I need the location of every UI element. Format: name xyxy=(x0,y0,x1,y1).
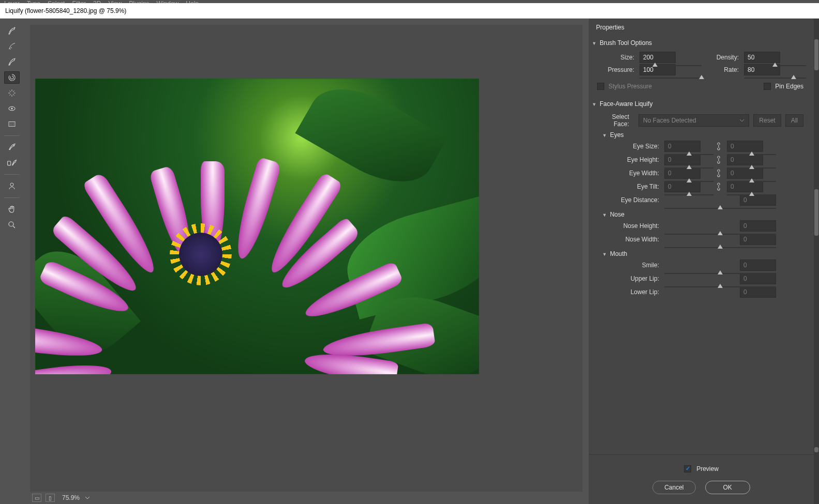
link-icon[interactable] xyxy=(713,156,724,164)
select-face-dropdown[interactable]: No Faces Detected xyxy=(638,114,749,127)
toolbar-separator xyxy=(4,174,20,175)
nose-subsection-header[interactable]: Nose xyxy=(597,208,803,219)
preview-label: Preview xyxy=(696,465,719,472)
properties-footer: Preview Cancel OK xyxy=(589,454,814,504)
properties-scrollbar[interactable] xyxy=(814,19,819,504)
cancel-button[interactable]: Cancel xyxy=(652,481,695,494)
svg-point-5 xyxy=(9,222,13,226)
forward-warp-tool-icon[interactable] xyxy=(4,25,20,37)
menu-select[interactable]: Select xyxy=(48,0,65,3)
menu-3d[interactable]: 3D xyxy=(93,0,101,3)
smile-input[interactable]: 0 xyxy=(740,259,776,271)
fit-screen-icon[interactable]: ▭ xyxy=(32,494,41,502)
brush-section-label: Brush Tool Options xyxy=(600,39,652,47)
eye-tilt-label: Eye Tilt: xyxy=(597,183,664,190)
menu-window[interactable]: Window xyxy=(157,0,179,3)
properties-panel: Properties Brush Tool Options Size: 200 … xyxy=(589,19,819,504)
eyes-subsection-header[interactable]: Eyes xyxy=(597,128,803,140)
pressure-label: Pressure: xyxy=(597,66,639,73)
nose-height-input[interactable]: 0 xyxy=(740,220,776,232)
disclosure-triangle-icon xyxy=(602,250,607,257)
zoom-level[interactable]: 75.9% xyxy=(62,494,80,501)
eye-distance-label: Eye Distance: xyxy=(597,196,664,204)
eye-height-label: Eye Height: xyxy=(597,156,664,163)
nose-width-label: Nose Width: xyxy=(597,236,664,243)
menu-filter[interactable]: Filter xyxy=(72,0,86,3)
eye-size-label: Eye Size: xyxy=(597,143,664,150)
eye-width-label: Eye Width: xyxy=(597,170,664,177)
smile-label: Smile: xyxy=(597,262,664,269)
upper-lip-input[interactable]: 0 xyxy=(740,273,776,284)
toolbar-separator xyxy=(4,135,20,136)
eye-height-left-input[interactable]: 0 xyxy=(664,154,701,165)
push-left-tool-icon[interactable] xyxy=(4,118,20,130)
menu-type[interactable]: Type xyxy=(27,0,40,3)
face-tool-icon[interactable] xyxy=(4,180,20,192)
disclosure-triangle-icon xyxy=(592,100,597,108)
size-input[interactable]: 200 xyxy=(639,52,676,63)
size-label: Size: xyxy=(597,54,639,61)
preview-checkbox[interactable] xyxy=(684,465,691,472)
fal-section-label: Face-Aware Liquify xyxy=(600,100,653,108)
zoom-tool-icon[interactable] xyxy=(4,219,20,231)
select-face-value: No Faces Detected xyxy=(643,117,696,124)
actual-pixels-icon[interactable]: ▯ xyxy=(46,494,55,502)
link-icon[interactable] xyxy=(713,142,724,150)
menu-help[interactable]: Help xyxy=(186,0,199,3)
upper-lip-label: Upper Lip: xyxy=(597,275,664,282)
svg-point-1 xyxy=(11,108,12,109)
link-icon[interactable] xyxy=(713,182,724,191)
rate-label: Rate: xyxy=(702,66,744,73)
svg-point-4 xyxy=(10,183,13,186)
eye-distance-input[interactable]: 0 xyxy=(740,194,776,206)
link-icon[interactable] xyxy=(713,169,724,177)
pucker-tool-icon[interactable] xyxy=(4,87,20,99)
twirl-tool-icon[interactable] xyxy=(4,71,20,84)
canvas-area: ▭ ▯ 75.9% xyxy=(24,19,589,504)
menu-plugins[interactable]: Plugins xyxy=(129,0,149,3)
stylus-pressure-checkbox[interactable] xyxy=(597,83,604,90)
smooth-tool-icon[interactable] xyxy=(4,56,20,68)
reconstruct-tool-icon[interactable] xyxy=(4,40,20,53)
eye-height-right-input[interactable]: 0 xyxy=(727,154,763,165)
liquify-toolbar xyxy=(0,19,24,504)
disclosure-triangle-icon xyxy=(592,39,597,47)
eye-width-right-input[interactable]: 0 xyxy=(727,167,763,179)
chevron-down-icon xyxy=(739,118,744,123)
disclosure-triangle-icon xyxy=(602,131,607,139)
eye-width-left-input[interactable]: 0 xyxy=(664,167,701,179)
nose-section-label: Nose xyxy=(610,211,624,218)
eye-tilt-right-input[interactable]: 0 xyxy=(727,181,763,192)
brush-section-header[interactable]: Brush Tool Options xyxy=(589,36,812,50)
mouth-section-label: Mouth xyxy=(610,250,627,257)
eyes-section-label: Eyes xyxy=(610,131,624,139)
ok-button[interactable]: OK xyxy=(705,481,750,494)
hand-tool-icon[interactable] xyxy=(4,203,20,216)
reset-face-button[interactable]: Reset xyxy=(753,114,781,127)
svg-rect-3 xyxy=(8,161,11,165)
freeze-mask-tool-icon[interactable] xyxy=(4,141,20,154)
thaw-mask-tool-icon[interactable] xyxy=(4,157,20,169)
mouth-subsection-header[interactable]: Mouth xyxy=(597,247,803,258)
disclosure-triangle-icon xyxy=(602,211,607,218)
canvas-viewport[interactable] xyxy=(30,25,583,498)
bloat-tool-icon[interactable] xyxy=(4,102,20,115)
eye-size-right-input[interactable]: 0 xyxy=(727,141,763,152)
stylus-pressure-label: Stylus Pressure xyxy=(608,83,652,90)
density-input[interactable]: 50 xyxy=(744,52,780,63)
toolbar-separator xyxy=(4,197,20,198)
eye-tilt-left-input[interactable]: 0 xyxy=(664,181,701,192)
lower-lip-input[interactable]: 0 xyxy=(740,286,776,298)
nose-width-input[interactable]: 0 xyxy=(740,234,776,245)
dialog-titlebar: Liquify (flower-5805840_1280.jpg @ 75.9%… xyxy=(0,3,819,19)
fal-section-header[interactable]: Face-Aware Liquify xyxy=(589,97,812,111)
lower-lip-label: Lower Lip: xyxy=(597,288,664,296)
pin-edges-checkbox[interactable] xyxy=(764,83,771,90)
menu-view[interactable]: View xyxy=(108,0,122,3)
zoom-dropdown-icon[interactable] xyxy=(84,494,91,501)
canvas-statusbar: ▭ ▯ 75.9% xyxy=(30,492,583,504)
properties-header: Properties xyxy=(589,19,812,36)
eye-size-left-input[interactable]: 0 xyxy=(664,141,701,152)
all-face-button[interactable]: All xyxy=(785,114,803,127)
menu-layer[interactable]: Layer xyxy=(4,0,20,3)
